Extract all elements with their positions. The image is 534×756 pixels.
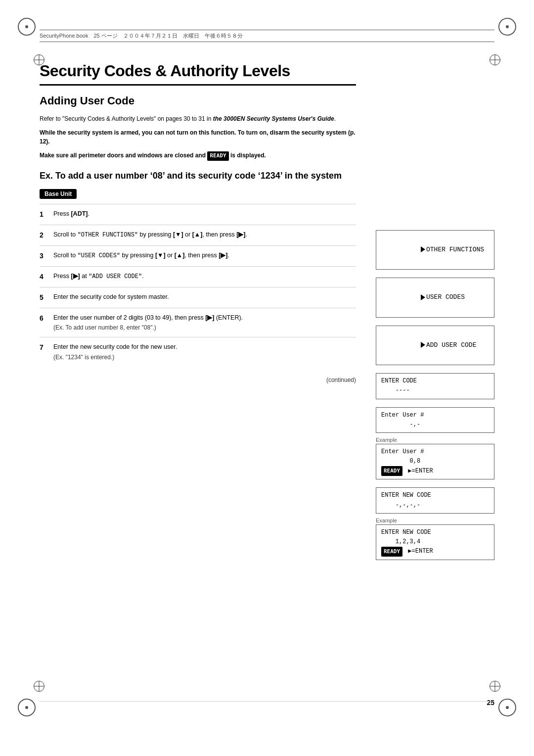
page: SecurityPhone.book 25 ページ ２００４年７月２１日 水曜日… [0, 0, 534, 756]
step-2-text: Scroll to "OTHER FUNCTIONS" by pressing … [53, 231, 247, 238]
step-4: 4 Press [▶] at "ADD USER CODE". [40, 266, 356, 287]
step-2: 2 Scroll to "OTHER FUNCTIONS" by pressin… [40, 225, 356, 245]
step-7-sub: (Ex. "1234" is entered.) [53, 353, 356, 362]
step-5-text: Enter the security code for system maste… [53, 293, 169, 300]
intro-paragraph: Refer to "Security Codes & Authority Lev… [40, 114, 356, 123]
right-column: OTHER FUNCTIONS USER CODES ADD USER CODE… [376, 62, 494, 568]
reg-mark-tl [18, 18, 36, 36]
step-6: 6 Enter the user number of 2 digits (03 … [40, 308, 356, 337]
step-5: 5 Enter the security code for system mas… [40, 287, 356, 308]
step-1-content: Press [ADT]. [53, 209, 356, 219]
page-title: Security Codes & Authority Levels [40, 62, 356, 86]
panel-user-codes: USER CODES [376, 278, 494, 317]
lcd-user-codes-text: USER CODES [426, 293, 465, 301]
reg-mark-bl [18, 699, 36, 716]
step-4-content: Press [▶] at "ADD USER CODE". [53, 272, 356, 281]
panel-other-functions: OTHER FUNCTIONS [376, 230, 494, 270]
right-col-spacer [376, 62, 494, 230]
reg-inner-br [490, 681, 500, 692]
panel-enter-new-code: ENTER NEW CODE -,-,-,- Example ENTER NEW… [376, 487, 494, 560]
step-7-text: Enter the new security code for the new … [53, 343, 177, 350]
ready-badge-2: READY [381, 547, 402, 557]
step-6-text: Enter the user number of 2 digits (03 to… [53, 314, 243, 321]
lcd-add-user-code: ADD USER CODE [376, 326, 494, 365]
step-1: 1 Press [ADT]. [40, 204, 356, 225]
step-3-num: 3 [40, 251, 47, 261]
bottom-rule [40, 701, 494, 702]
lcd-enter-code: ENTER CODE ---- [376, 373, 494, 399]
example-label-1: Example [376, 437, 494, 443]
step-7-num: 7 [40, 342, 47, 353]
step-5-num: 5 [40, 292, 47, 303]
step-3-text: Scroll to "USER CODES" by pressing [▼] o… [53, 252, 229, 259]
warning-text-1: While the security system is armed, you … [40, 128, 356, 146]
page-number: 25 [487, 699, 494, 707]
step-3: 3 Scroll to "USER CODES" by pressing [▼]… [40, 245, 356, 266]
base-unit-badge: Base Unit [40, 189, 77, 199]
intro-italic: the 3000EN Security Systems User's Guide [213, 115, 334, 122]
example-label-2: Example [376, 518, 494, 523]
step-3-content: Scroll to "USER CODES" by pressing [▼] o… [53, 251, 356, 260]
ready-badge-inline: READY [207, 151, 228, 161]
reg-inner-bl [34, 681, 44, 692]
step-2-content: Scroll to "OTHER FUNCTIONS" by pressing … [53, 230, 356, 239]
lcd-enter-user-example: Enter User # 0,8READY ▶=ENTER [376, 444, 494, 480]
make-sure-prefix: Make sure all perimeter doors and window… [40, 152, 207, 159]
step-4-num: 4 [40, 272, 47, 282]
step-7: 7 Enter the new security code for the ne… [40, 337, 356, 367]
lcd-other-functions: OTHER FUNCTIONS [376, 230, 494, 270]
step-1-text: Press [ADT]. [53, 210, 89, 217]
steps-list: 1 Press [ADT]. 2 Scroll to "OTHER FUNCTI… [40, 204, 356, 367]
lcd-other-functions-text: OTHER FUNCTIONS [426, 246, 484, 253]
enter-label-2: ▶=ENTER [404, 547, 433, 556]
lcd-enter-user-main: Enter User # -,- [376, 407, 494, 433]
lcd-enter-new-code-example: ENTER NEW CODE 1,2,3,4READY ▶=ENTER [376, 524, 494, 561]
panel-add-user-code: ADD USER CODE [376, 326, 494, 365]
make-sure-suffix: is displayed. [229, 152, 266, 159]
step-7-content: Enter the new security code for the new … [53, 342, 356, 362]
step-4-text: Press [▶] at "ADD USER CODE". [53, 273, 144, 280]
reg-inner-tl [34, 54, 44, 65]
lcd-user-codes: USER CODES [376, 278, 494, 317]
step-5-content: Enter the security code for system maste… [53, 292, 356, 302]
reg-mark-tr [498, 18, 516, 36]
triangle-icon [421, 246, 425, 252]
triangle-icon-3 [421, 342, 425, 348]
lcd-add-user-code-text: ADD USER CODE [426, 341, 476, 349]
step-6-content: Enter the user number of 2 digits (03 to… [53, 313, 356, 332]
subsection-title: Ex. To add a user number ‘08’ and its se… [40, 170, 356, 182]
panel-enter-code: ENTER CODE ---- [376, 373, 494, 399]
reg-inner-tr [490, 54, 500, 65]
enter-label-1: ▶=ENTER [404, 467, 433, 476]
intro-line1: Refer to "Security Codes & Authority Lev… [40, 115, 213, 122]
make-sure-text: Make sure all perimeter doors and window… [40, 151, 356, 161]
step-1-num: 1 [40, 209, 47, 220]
main-content: Security Codes & Authority Levels Adding… [40, 62, 494, 568]
triangle-icon-2 [421, 294, 425, 300]
continued-text: (continued) [40, 377, 356, 383]
header-file-info: SecurityPhone.book 25 ページ ２００４年７月２１日 水曜日… [40, 32, 243, 40]
lcd-enter-new-code-main: ENTER NEW CODE -,-,-,- [376, 487, 494, 513]
step-6-num: 6 [40, 313, 47, 324]
reg-mark-br [498, 699, 516, 716]
intro-end: . [334, 115, 336, 122]
step-2-num: 2 [40, 230, 47, 240]
step-6-sub: (Ex. To add user number 8, enter "08".) [53, 323, 356, 332]
panel-enter-user: Enter User # -,- Example Enter User # 0,… [376, 407, 494, 480]
ready-badge-1: READY [381, 466, 402, 476]
left-column: Security Codes & Authority Levels Adding… [40, 62, 356, 568]
header-bar: SecurityPhone.book 25 ページ ２００４年７月２１日 水曜日… [40, 30, 494, 42]
section-title: Adding User Code [40, 94, 356, 107]
